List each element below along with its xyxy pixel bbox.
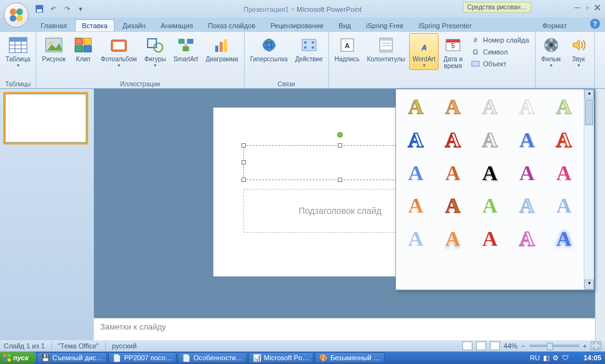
slideshow-view-button[interactable] [490, 341, 500, 350]
taskbar-item[interactable]: 💾Съемный дис… [37, 352, 108, 363]
wordart-style[interactable]: A [434, 156, 471, 190]
gallery-scrollbar[interactable]: ▴ ▾ [584, 89, 594, 290]
contextual-tab-drawing[interactable]: Средства рисован… [463, 2, 531, 13]
wordart-style[interactable]: A [434, 190, 471, 223]
wordart-style[interactable]: A [471, 156, 508, 190]
tray-icon[interactable]: 👤 [572, 354, 581, 362]
wordart-style[interactable]: A [546, 223, 582, 256]
office-button[interactable] [4, 3, 29, 28]
undo-icon[interactable]: ↶ [48, 3, 59, 14]
tab-view[interactable]: Вид [332, 19, 358, 31]
resize-handle[interactable] [241, 143, 246, 148]
resize-handle[interactable] [338, 143, 342, 148]
wordart-style[interactable]: A [434, 223, 471, 256]
wordart-style[interactable]: A [546, 156, 582, 190]
movie-button[interactable]: Фильм ▾ [538, 33, 564, 70]
textbox-button[interactable]: A Надпись [332, 33, 363, 64]
taskbar-item[interactable]: 📄PP2007 посо… [108, 352, 176, 363]
tab-animation[interactable]: Анимация [154, 19, 200, 31]
qat-dropdown-icon[interactable]: ▾ [75, 3, 86, 14]
language[interactable]: русский [112, 342, 136, 350]
wordart-style[interactable]: A [509, 190, 546, 223]
minimize-icon[interactable]: ─ [574, 3, 581, 13]
zoom-value[interactable]: 44% [504, 342, 517, 350]
language-indicator[interactable]: RU [530, 354, 540, 361]
zoom-slider[interactable] [529, 345, 579, 347]
clock[interactable]: 14:05 [584, 354, 601, 361]
slide-thumbnail[interactable] [5, 94, 86, 143]
notes-pane[interactable]: Заметки к слайду [94, 318, 595, 340]
wordart-style[interactable]: A [546, 91, 582, 124]
headerfooter-button[interactable]: Колонтитулы [364, 33, 409, 64]
wordart-style[interactable]: A [471, 124, 508, 157]
tab-design[interactable]: Дизайн [116, 19, 153, 31]
normal-view-button[interactable] [462, 341, 472, 350]
wordart-style[interactable]: A [434, 91, 471, 124]
resize-handle[interactable] [241, 178, 246, 182]
wordart-style[interactable]: A [397, 124, 434, 157]
help-icon[interactable]: ? [590, 19, 600, 29]
restore-icon[interactable]: ▫ [586, 3, 589, 13]
tray-icon[interactable]: ⚙ [552, 354, 559, 362]
datetime-button[interactable]: 5 Дата и время [440, 33, 466, 71]
wordart-style[interactable]: A [509, 223, 546, 256]
tab-insert[interactable]: Вставка [75, 19, 114, 31]
taskbar-item[interactable]: 📊Microsoft Po… [248, 352, 313, 363]
slidenumber-button[interactable]: #Номер слайда [469, 34, 531, 46]
sorter-view-button[interactable] [476, 341, 486, 350]
wordart-button[interactable]: A WordArt ▾ [409, 33, 439, 70]
close-icon[interactable]: ✕ [594, 3, 601, 13]
tab-ispring-presenter[interactable]: iSpring Presenter [412, 19, 479, 31]
table-button[interactable]: Таблица ▾ [3, 33, 33, 70]
fit-button[interactable]: ⛶ [591, 341, 601, 350]
tab-slideshow[interactable]: Показ слайдов [201, 19, 262, 31]
scroll-up-icon[interactable]: ▴ [584, 89, 594, 99]
tray-icon[interactable]: 🛡 [562, 354, 569, 361]
wordart-style[interactable]: A [471, 91, 508, 124]
zoom-in-button[interactable]: + [583, 342, 587, 350]
tab-format[interactable]: Формат [536, 19, 574, 31]
wordart-style[interactable]: A [509, 124, 546, 157]
wordart-style[interactable]: A [471, 223, 508, 256]
taskbar-item[interactable]: 📄Особенности… [178, 352, 247, 363]
scroll-down-icon[interactable]: ▾ [584, 280, 594, 290]
resize-handle[interactable] [338, 178, 342, 182]
slide-panel[interactable] [0, 89, 94, 340]
tray-icon[interactable]: ◧ [543, 354, 549, 362]
tab-ispring-free[interactable]: iSpring Free [359, 19, 410, 31]
symbol-button[interactable]: ΩСимвол [469, 46, 531, 58]
sound-icon [569, 35, 589, 55]
resize-handle[interactable] [241, 160, 246, 164]
chart-button[interactable]: Диаграмма [203, 33, 241, 64]
photoalbum-button[interactable]: Фотоальбом ▾ [98, 33, 140, 70]
tab-home[interactable]: Главная [34, 19, 74, 31]
wordart-style[interactable]: A [471, 190, 508, 223]
zoom-out-button[interactable]: − [521, 342, 525, 350]
smartart-button[interactable]: SmartArt [170, 33, 201, 64]
object-button[interactable]: Объект [469, 58, 531, 69]
redo-icon[interactable]: ↷ [61, 3, 73, 14]
save-icon[interactable] [34, 3, 45, 14]
rotate-handle[interactable] [337, 132, 343, 138]
wordart-style[interactable]: A [397, 223, 434, 256]
start-button[interactable]: пуск [0, 351, 36, 364]
action-button[interactable]: Действие [292, 33, 326, 64]
wordart-style[interactable]: A [434, 124, 471, 157]
wordart-style[interactable]: A [397, 190, 434, 223]
wordart-style[interactable]: A [397, 91, 434, 124]
tab-review[interactable]: Рецензирование [263, 19, 330, 31]
clip-button[interactable]: Клип [70, 33, 96, 64]
wordart-style[interactable] [397, 255, 582, 288]
taskbar-item[interactable]: 🎨Безымянный … [315, 352, 385, 363]
picture-button[interactable]: Рисунок [39, 33, 69, 64]
wordart-style[interactable]: A [546, 190, 582, 223]
wordart-style[interactable]: A [546, 124, 582, 157]
shapes-button[interactable]: Фигуры ▾ [141, 33, 169, 70]
hyperlink-button[interactable]: Гиперссылка [247, 33, 291, 64]
sound-button[interactable]: Звук ▾ [566, 33, 592, 70]
vertical-scrollbar[interactable] [595, 89, 605, 340]
wordart-style[interactable]: A [509, 91, 546, 124]
wordart-style[interactable]: A [509, 156, 546, 190]
scroll-thumb[interactable] [585, 100, 593, 125]
wordart-style[interactable]: A [397, 156, 434, 190]
